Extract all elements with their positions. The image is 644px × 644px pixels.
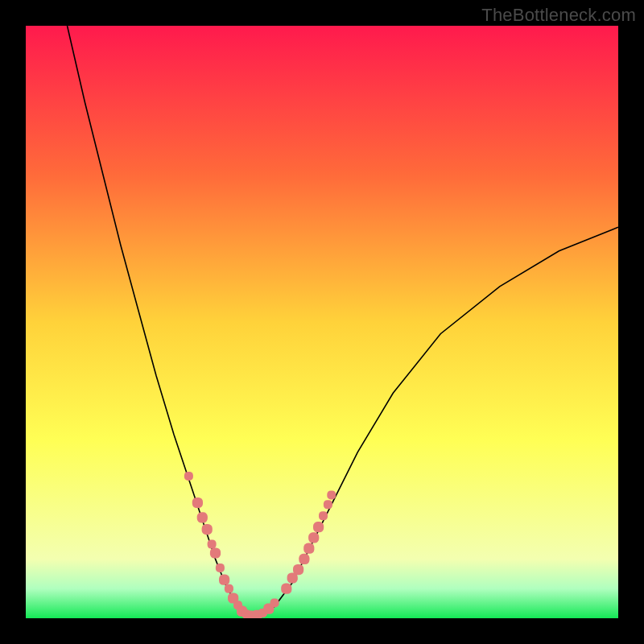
chart-svg bbox=[26, 26, 618, 618]
highlight-dot bbox=[219, 575, 229, 585]
highlight-dot bbox=[216, 564, 225, 572]
highlight-dot bbox=[293, 564, 303, 575]
highlight-dot bbox=[270, 598, 279, 607]
highlight-dot bbox=[303, 543, 314, 554]
highlight-dot bbox=[281, 584, 291, 594]
highlight-dot bbox=[327, 490, 336, 499]
highlight-dot bbox=[324, 500, 332, 509]
highlight-dot bbox=[192, 497, 203, 508]
highlight-dot bbox=[210, 547, 221, 558]
highlight-dot bbox=[299, 554, 309, 564]
highlight-dot bbox=[197, 512, 208, 522]
highlight-dot bbox=[319, 511, 328, 520]
frame: TheBottleneck.com bbox=[0, 0, 644, 644]
plot-area bbox=[26, 26, 618, 618]
highlight-dot bbox=[308, 532, 319, 543]
site-watermark: TheBottleneck.com bbox=[481, 5, 636, 26]
highlight-dot bbox=[313, 522, 324, 532]
highlight-dot bbox=[225, 584, 233, 593]
highlight-dot bbox=[202, 524, 213, 535]
highlight-dot bbox=[184, 472, 193, 481]
highlight-dot bbox=[208, 540, 217, 549]
